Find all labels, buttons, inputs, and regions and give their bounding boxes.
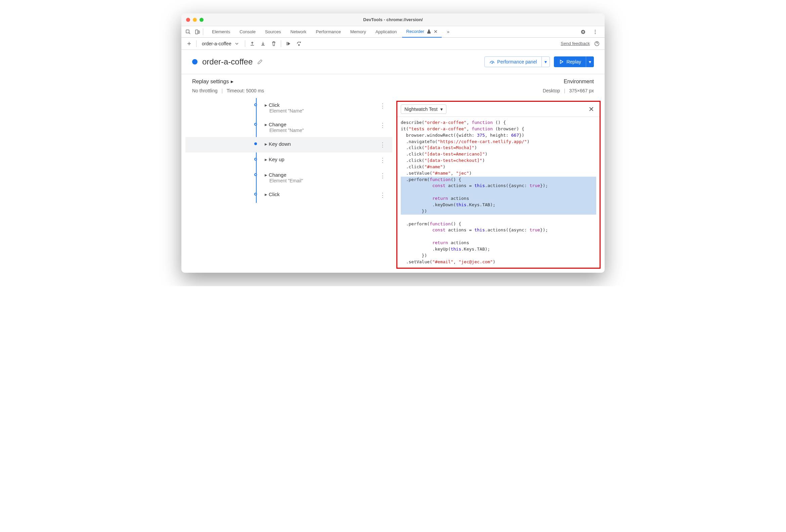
svg-rect-2 bbox=[198, 31, 200, 33]
step-bullet bbox=[254, 103, 257, 106]
svg-rect-0 bbox=[186, 30, 189, 33]
recorder-toolbar: order-a-coffee Send feedback bbox=[181, 38, 605, 50]
step-menu-icon[interactable]: ⋮ bbox=[377, 141, 388, 148]
devtools-tabbar: Elements Console Sources Network Perform… bbox=[181, 26, 605, 38]
step-bullet bbox=[254, 123, 257, 125]
gauge-icon bbox=[489, 59, 495, 65]
tab-elements[interactable]: Elements bbox=[208, 26, 234, 37]
step-item-selected[interactable]: ▸Key down ⋮ bbox=[185, 137, 392, 153]
kebab-menu-icon[interactable] bbox=[591, 28, 599, 36]
tab-performance[interactable]: Performance bbox=[312, 26, 345, 37]
step-bullet bbox=[254, 158, 257, 161]
main-area: ▸Click Element "Name" ⋮ ▸Change Element … bbox=[181, 98, 605, 273]
more-tabs-button[interactable]: » bbox=[443, 26, 454, 37]
recording-select[interactable]: order-a-coffee bbox=[200, 40, 241, 47]
inspect-element-icon[interactable] bbox=[184, 28, 192, 36]
export-type-select[interactable]: Nightwatch Test ▾ bbox=[401, 105, 446, 114]
tab-application[interactable]: Application bbox=[371, 26, 401, 37]
timeout-value: Timeout: 5000 ms bbox=[227, 88, 264, 93]
tab-memory[interactable]: Memory bbox=[346, 26, 370, 37]
close-panel-icon[interactable]: ✕ bbox=[586, 105, 596, 113]
flask-icon bbox=[426, 29, 432, 34]
step-menu-icon[interactable]: ⋮ bbox=[377, 172, 388, 179]
settings-values-row: No throttling | Timeout: 5000 ms Desktop… bbox=[181, 87, 605, 98]
tab-network[interactable]: Network bbox=[286, 26, 311, 37]
window-titlebar: DevTools - chrome://version/ bbox=[181, 14, 605, 26]
step-item[interactable]: ▸Change Element "Email" ⋮ bbox=[253, 168, 392, 187]
svg-point-8 bbox=[492, 63, 492, 64]
window-title: DevTools - chrome://version/ bbox=[181, 17, 605, 22]
tab-recorder[interactable]: Recorder ✕ bbox=[402, 26, 441, 38]
help-icon[interactable] bbox=[593, 40, 601, 47]
settings-gear-icon[interactable] bbox=[579, 28, 587, 36]
recording-header: order-a-coffee Performance panel ▾ Repla… bbox=[181, 50, 605, 74]
step-menu-icon[interactable]: ⋮ bbox=[377, 191, 388, 199]
step-icon[interactable] bbox=[295, 40, 303, 47]
step-bullet bbox=[254, 193, 257, 195]
replay-dropdown-icon[interactable]: ▾ bbox=[586, 56, 594, 67]
export-icon[interactable] bbox=[249, 40, 256, 47]
tab-console[interactable]: Console bbox=[235, 26, 260, 37]
steps-column: ▸Click Element "Name" ⋮ ▸Change Element … bbox=[181, 98, 396, 273]
edit-title-icon[interactable] bbox=[257, 59, 263, 65]
chevron-right-icon: ▸ bbox=[231, 78, 233, 85]
devtools-window: DevTools - chrome://version/ Elements Co… bbox=[181, 14, 605, 273]
environment-heading: Environment bbox=[564, 78, 594, 85]
throttling-value: No throttling bbox=[192, 88, 217, 93]
import-icon[interactable] bbox=[259, 40, 267, 47]
export-code-panel: Nightwatch Test ▾ ✕ describe("order-a-co… bbox=[396, 101, 601, 269]
svg-point-5 bbox=[595, 33, 596, 34]
recording-title: order-a-coffee bbox=[202, 57, 253, 67]
replay-button[interactable]: Replay ▾ bbox=[554, 56, 594, 67]
new-recording-button[interactable] bbox=[185, 40, 193, 47]
step-item[interactable]: ▸Change Element "Name" ⋮ bbox=[253, 118, 392, 137]
minimize-window-button[interactable] bbox=[193, 18, 197, 22]
code-content[interactable]: describe("order-a-coffee", function () {… bbox=[397, 117, 600, 268]
status-dot bbox=[192, 59, 198, 65]
maximize-window-button[interactable] bbox=[200, 18, 204, 22]
step-menu-icon[interactable]: ⋮ bbox=[377, 157, 388, 164]
performance-panel-button[interactable]: Performance panel ▾ bbox=[484, 56, 550, 67]
step-item[interactable]: ▸Click ⋮ bbox=[253, 187, 392, 203]
settings-header-row: Replay settings ▸ Environment bbox=[181, 74, 605, 87]
play-icon bbox=[559, 59, 564, 65]
close-window-button[interactable] bbox=[186, 18, 190, 22]
svg-point-3 bbox=[595, 29, 596, 30]
device-toggle-icon[interactable] bbox=[193, 28, 202, 36]
step-menu-icon[interactable]: ⋮ bbox=[377, 121, 388, 129]
env-size: 375×667 px bbox=[569, 88, 594, 93]
step-item[interactable]: ▸Click Element "Name" ⋮ bbox=[253, 98, 392, 118]
svg-point-6 bbox=[298, 44, 299, 45]
svg-point-4 bbox=[595, 31, 596, 32]
tab-close-icon[interactable]: ✕ bbox=[434, 29, 438, 34]
replay-settings-heading[interactable]: Replay settings ▸ bbox=[192, 78, 233, 85]
chevron-down-icon bbox=[234, 41, 239, 46]
chevron-down-icon: ▾ bbox=[440, 107, 443, 112]
continue-icon[interactable] bbox=[284, 40, 292, 47]
step-menu-icon[interactable]: ⋮ bbox=[377, 102, 388, 110]
delete-icon[interactable] bbox=[270, 40, 277, 47]
send-feedback-link[interactable]: Send feedback bbox=[561, 41, 590, 46]
panel-tabs: Elements Console Sources Network Perform… bbox=[208, 26, 454, 38]
step-item[interactable]: ▸Key up ⋮ bbox=[253, 153, 392, 168]
step-bullet bbox=[254, 173, 257, 176]
traffic-lights bbox=[186, 18, 204, 22]
step-bullet bbox=[254, 142, 257, 145]
env-device: Desktop bbox=[543, 88, 560, 93]
svg-rect-1 bbox=[195, 30, 198, 34]
perf-dropdown-icon[interactable]: ▾ bbox=[541, 57, 550, 67]
tab-sources[interactable]: Sources bbox=[261, 26, 285, 37]
